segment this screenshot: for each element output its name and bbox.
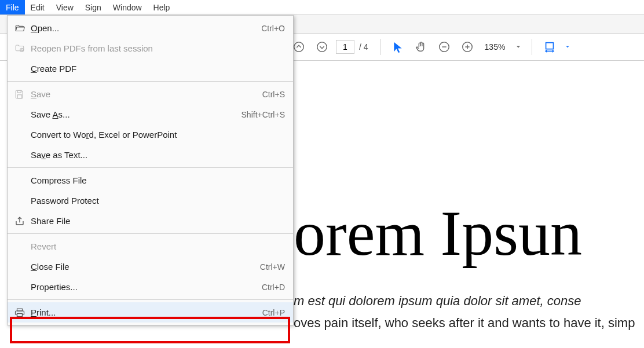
menu-sign[interactable]: Sign xyxy=(79,0,107,14)
folder-icon xyxy=(12,22,27,35)
menu-label: Password Protect xyxy=(31,196,285,206)
menu-save-as-text[interactable]: Save as Text... xyxy=(8,145,293,165)
menu-label: Save as Text... xyxy=(31,150,285,160)
page-total-label: / 4 xyxy=(359,42,368,52)
blank-icon xyxy=(12,240,27,253)
menu-help[interactable]: Help xyxy=(148,0,176,14)
menu-separator xyxy=(8,299,293,300)
document-area: orem Ipsun m est qui dolorem ipsum quia … xyxy=(294,61,644,348)
floppy-icon xyxy=(12,88,27,101)
page-down-icon[interactable] xyxy=(313,38,331,56)
menu-label: Revert xyxy=(31,241,285,251)
menu-print[interactable]: Print... Ctrl+P xyxy=(8,302,293,323)
menu-edit[interactable]: Edit xyxy=(25,0,50,14)
menu-window[interactable]: Window xyxy=(107,0,148,14)
menubar: File Edit View Sign Window Help xyxy=(0,0,644,15)
svg-rect-7 xyxy=(17,94,22,98)
menu-label: Save As... xyxy=(31,109,241,119)
menu-compress-file[interactable]: Compress File xyxy=(8,170,293,191)
menu-close-file[interactable]: Close File Ctrl+W xyxy=(8,257,293,277)
blank-icon xyxy=(12,63,27,75)
menu-convert[interactable]: Convert to Word, Excel or PowerPoint xyxy=(8,124,293,145)
menu-label: Close File xyxy=(31,262,260,272)
menu-shortcut: Ctrl+P xyxy=(262,308,285,317)
menu-save-as[interactable]: Save As... Shift+Ctrl+S xyxy=(8,104,293,124)
menu-label: Print... xyxy=(31,307,262,317)
menu-view[interactable]: View xyxy=(50,0,79,14)
menu-label: Convert to Word, Excel or PowerPoint xyxy=(31,130,285,140)
menu-reopen-pdfs: Reopen PDFs from last session xyxy=(8,38,293,58)
menu-label: Create PDF xyxy=(31,64,285,74)
menu-shortcut: Shift+Ctrl+S xyxy=(241,110,285,119)
svg-rect-9 xyxy=(17,313,23,316)
menu-share-file[interactable]: Share File xyxy=(8,211,293,231)
menu-save: Save Ctrl+S xyxy=(8,84,293,104)
menu-properties[interactable]: Properties... Ctrl+D xyxy=(8,277,293,297)
svg-point-1 xyxy=(317,42,327,52)
menu-shortcut: Ctrl+W xyxy=(260,262,285,272)
menu-separator xyxy=(8,233,293,234)
menu-separator xyxy=(8,167,293,168)
document-paragraph: m est qui dolorem ipsum quia dolor sit a… xyxy=(294,294,644,309)
menu-label: Properties... xyxy=(31,282,262,292)
blank-icon xyxy=(12,261,27,273)
menu-shortcut: Ctrl+O xyxy=(261,24,285,33)
blank-icon xyxy=(12,281,27,294)
menu-shortcut: Ctrl+S xyxy=(262,90,285,99)
menu-create-pdf[interactable]: Create PDF xyxy=(8,58,293,79)
document-title: orem Ipsun xyxy=(294,197,644,270)
share-icon xyxy=(12,215,27,228)
blank-icon xyxy=(12,129,27,141)
file-dropdown-menu: Open... Ctrl+O Reopen PDFs from last ses… xyxy=(7,15,294,325)
svg-rect-4 xyxy=(546,43,554,49)
menu-revert: Revert xyxy=(8,236,293,257)
blank-icon xyxy=(12,108,27,121)
menu-label: Save xyxy=(31,89,262,99)
blank-icon xyxy=(12,195,27,207)
toolbar-separator xyxy=(380,39,380,55)
zoom-in-icon[interactable] xyxy=(458,38,477,56)
page-number-input[interactable] xyxy=(336,40,354,54)
menu-label: Compress File xyxy=(31,175,285,185)
menu-label: Open... xyxy=(31,23,261,33)
toolbar-separator xyxy=(532,39,532,55)
svg-rect-6 xyxy=(17,90,21,93)
menu-separator xyxy=(8,81,293,82)
hand-tool-icon[interactable] xyxy=(412,38,430,56)
zoom-dropdown-icon[interactable] xyxy=(513,38,524,56)
blank-icon xyxy=(12,174,27,187)
menu-shortcut: Ctrl+D xyxy=(262,283,285,292)
fit-dropdown-icon[interactable] xyxy=(564,38,572,56)
blank-icon xyxy=(12,149,27,162)
svg-point-0 xyxy=(294,42,304,52)
menu-label: Share File xyxy=(31,216,285,226)
zoom-value[interactable]: 135% xyxy=(481,42,509,52)
fit-width-icon[interactable] xyxy=(540,38,559,56)
print-icon xyxy=(12,306,27,319)
menu-password-protect[interactable]: Password Protect xyxy=(8,191,293,211)
folder-clock-icon xyxy=(12,42,27,55)
document-paragraph: oves pain itself, who seeks after it and… xyxy=(294,316,644,331)
menu-open[interactable]: Open... Ctrl+O xyxy=(8,18,293,38)
zoom-out-icon[interactable] xyxy=(435,38,453,56)
selection-tool-icon[interactable] xyxy=(389,38,407,56)
menu-label: Reopen PDFs from last session xyxy=(31,43,285,53)
menu-file[interactable]: File xyxy=(0,0,25,14)
